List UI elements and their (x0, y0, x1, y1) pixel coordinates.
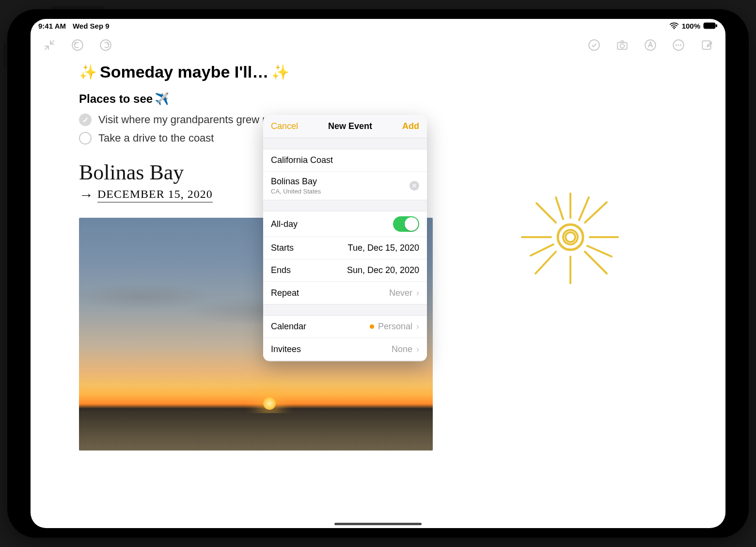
cancel-button[interactable]: Cancel (271, 121, 298, 131)
svg-line-21 (536, 252, 556, 274)
calendar-label: Calendar (271, 322, 306, 332)
sparkle-icon: ✨ (79, 64, 97, 80)
popover-header: Cancel New Event Add (263, 115, 427, 138)
svg-line-23 (556, 197, 563, 219)
checklist-item-text: Visit where my grandparents grew up (98, 113, 274, 126)
starts-label: Starts (271, 243, 294, 253)
repeat-value: Never (389, 288, 412, 298)
repeat-row[interactable]: Repeat Never › (263, 282, 427, 304)
section-title-text: Places to see (79, 92, 153, 106)
photo-sun (263, 397, 276, 410)
svg-line-22 (585, 252, 607, 274)
ipad-frame: 9:41 AM Wed Sep 9 100% (7, 9, 749, 538)
popover-title: New Event (328, 121, 372, 131)
event-title-field[interactable]: California Coast (263, 149, 427, 172)
note-title: Someday maybe I'll… (100, 63, 268, 81)
arrow-right-icon: → (79, 187, 94, 203)
sparkle-icon: ✨ (271, 64, 289, 80)
checklist-item-text: Take a drive to the coast (98, 132, 214, 145)
svg-line-24 (579, 197, 589, 220)
photo-foreground (79, 413, 433, 450)
section-title: Places to see ✈️ (79, 92, 725, 106)
event-location-field[interactable]: Bolinas Bay CA, United States ✕ (263, 172, 427, 200)
all-day-row: All-day (263, 211, 427, 237)
starts-value: Tue, Dec 15, 2020 (348, 243, 419, 253)
chevron-right-icon: › (416, 322, 419, 332)
airplane-icon: ✈️ (155, 92, 169, 106)
calendar-row[interactable]: Calendar Personal › (263, 316, 427, 338)
svg-line-19 (536, 203, 556, 223)
event-location-value: Bolinas Bay (271, 177, 317, 187)
calendar-section: Calendar Personal › Invitees None › (263, 315, 427, 361)
checkbox-unchecked-icon[interactable] (79, 132, 92, 145)
svg-line-26 (587, 246, 612, 257)
calendar-color-dot (370, 324, 374, 329)
invitees-label: Invitees (271, 344, 301, 354)
clear-location-icon[interactable]: ✕ (410, 181, 419, 191)
calendar-value: Personal (378, 322, 412, 332)
ends-row[interactable]: Ends Sun, Dec 20, 2020 (263, 259, 427, 282)
handwriting-date: DECEMBER 15, 2020 (97, 188, 213, 203)
ends-label: Ends (271, 265, 291, 275)
svg-line-20 (585, 202, 607, 223)
checkbox-checked-icon[interactable] (79, 113, 92, 126)
starts-row[interactable]: Starts Tue, Dec 15, 2020 (263, 237, 427, 259)
invitees-value: None (392, 344, 412, 354)
note-title-row: ✨ Someday maybe I'll… ✨ (79, 63, 725, 81)
sun-drawing (507, 174, 633, 300)
svg-point-14 (558, 225, 583, 250)
add-button[interactable]: Add (402, 121, 419, 131)
ends-value: Sun, Dec 20, 2020 (347, 265, 419, 275)
all-day-label: All-day (271, 219, 298, 229)
all-day-toggle[interactable] (393, 216, 419, 232)
new-event-popover: Cancel New Event Add California Coast Bo… (263, 115, 427, 361)
event-title-value: California Coast (271, 155, 333, 165)
repeat-label: Repeat (271, 288, 299, 298)
home-indicator[interactable] (334, 523, 422, 525)
invitees-row[interactable]: Invitees None › (263, 338, 427, 360)
time-section: All-day Starts Tue, Dec 15, 2020 Ends Su… (263, 211, 427, 305)
svg-line-25 (531, 244, 553, 256)
screen: 9:41 AM Wed Sep 9 100% (31, 19, 725, 528)
event-location-sub: CA, United States (271, 188, 321, 195)
chevron-right-icon: › (416, 344, 419, 354)
title-location-section: California Coast Bolinas Bay CA, United … (263, 149, 427, 200)
chevron-right-icon: › (416, 288, 419, 298)
